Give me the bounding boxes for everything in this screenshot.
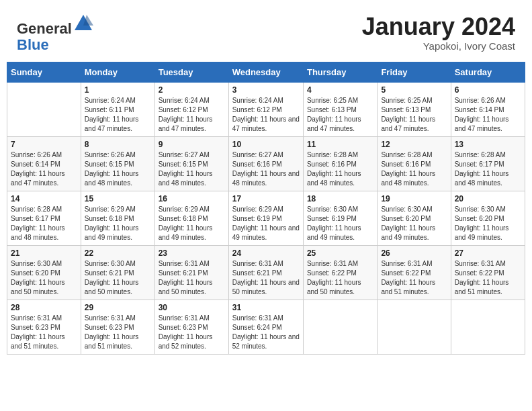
calendar-cell: 27Sunrise: 6:31 AMSunset: 6:22 PMDayligh… — [451, 246, 525, 300]
calendar-cell: 17Sunrise: 6:29 AMSunset: 6:19 PMDayligh… — [228, 191, 303, 246]
calendar-week-row: 28Sunrise: 6:31 AMSunset: 6:23 PMDayligh… — [7, 300, 525, 355]
day-number: 18 — [307, 194, 373, 203]
day-info: Sunrise: 6:24 AMSunset: 6:12 PMDaylight:… — [159, 96, 225, 134]
day-number: 10 — [232, 140, 300, 149]
location: Yapokoi, Ivory Coast — [362, 40, 515, 52]
day-info: Sunrise: 6:28 AMSunset: 6:17 PMDaylight:… — [11, 205, 77, 242]
calendar-cell: 31Sunrise: 6:31 AMSunset: 6:24 PMDayligh… — [228, 300, 303, 355]
day-info: Sunrise: 6:27 AMSunset: 6:15 PMDaylight:… — [159, 150, 225, 188]
day-info: Sunrise: 6:30 AMSunset: 6:20 PMDaylight:… — [455, 205, 521, 242]
calendar-cell: 25Sunrise: 6:31 AMSunset: 6:22 PMDayligh… — [303, 246, 377, 300]
day-number: 23 — [159, 248, 225, 258]
calendar-cell: 10Sunrise: 6:27 AMSunset: 6:16 PMDayligh… — [228, 137, 303, 191]
weekday-header: Saturday — [451, 62, 525, 83]
day-number: 13 — [455, 140, 521, 149]
day-number: 1 — [85, 85, 151, 95]
day-info: Sunrise: 6:26 AMSunset: 6:14 PMDaylight:… — [11, 150, 77, 188]
calendar-cell: 5Sunrise: 6:25 AMSunset: 6:13 PMDaylight… — [378, 83, 451, 137]
day-info: Sunrise: 6:30 AMSunset: 6:20 PMDaylight:… — [11, 259, 77, 297]
day-info: Sunrise: 6:30 AMSunset: 6:19 PMDaylight:… — [307, 205, 373, 242]
weekday-header: Tuesday — [154, 62, 228, 83]
day-info: Sunrise: 6:28 AMSunset: 6:17 PMDaylight:… — [455, 150, 521, 188]
day-number: 2 — [159, 85, 225, 95]
calendar-cell: 9Sunrise: 6:27 AMSunset: 6:15 PMDaylight… — [154, 137, 228, 191]
weekday-header-row: SundayMondayTuesdayWednesdayThursdayFrid… — [7, 62, 525, 83]
day-number: 7 — [11, 140, 77, 149]
calendar-cell — [378, 300, 451, 355]
day-info: Sunrise: 6:24 AMSunset: 6:12 PMDaylight:… — [232, 96, 300, 134]
day-number: 27 — [455, 248, 521, 258]
weekday-header: Friday — [378, 62, 451, 83]
calendar-cell: 16Sunrise: 6:29 AMSunset: 6:18 PMDayligh… — [154, 191, 228, 246]
day-info: Sunrise: 6:31 AMSunset: 6:22 PMDaylight:… — [455, 259, 521, 297]
logo: General Blue — [17, 13, 93, 53]
calendar-cell — [303, 300, 377, 355]
calendar-cell: 12Sunrise: 6:28 AMSunset: 6:16 PMDayligh… — [378, 137, 451, 191]
calendar-cell: 6Sunrise: 6:26 AMSunset: 6:14 PMDaylight… — [451, 83, 525, 137]
logo-blue: Blue — [17, 36, 49, 53]
day-info: Sunrise: 6:31 AMSunset: 6:21 PMDaylight:… — [159, 259, 225, 297]
calendar-cell: 11Sunrise: 6:28 AMSunset: 6:16 PMDayligh… — [303, 137, 377, 191]
calendar-cell: 20Sunrise: 6:30 AMSunset: 6:20 PMDayligh… — [451, 191, 525, 246]
calendar-cell: 7Sunrise: 6:26 AMSunset: 6:14 PMDaylight… — [7, 137, 81, 191]
day-info: Sunrise: 6:29 AMSunset: 6:19 PMDaylight:… — [232, 205, 300, 242]
day-info: Sunrise: 6:31 AMSunset: 6:22 PMDaylight:… — [381, 259, 447, 297]
day-info: Sunrise: 6:29 AMSunset: 6:18 PMDaylight:… — [159, 205, 225, 242]
weekday-header: Sunday — [7, 62, 81, 83]
calendar-cell: 14Sunrise: 6:28 AMSunset: 6:17 PMDayligh… — [7, 191, 81, 246]
logo-general: General — [17, 20, 72, 37]
calendar-cell: 19Sunrise: 6:30 AMSunset: 6:20 PMDayligh… — [378, 191, 451, 246]
calendar-cell: 28Sunrise: 6:31 AMSunset: 6:23 PMDayligh… — [7, 300, 81, 355]
day-number: 28 — [11, 303, 77, 312]
day-info: Sunrise: 6:31 AMSunset: 6:23 PMDaylight:… — [85, 314, 151, 351]
day-number: 12 — [381, 140, 447, 149]
day-info: Sunrise: 6:26 AMSunset: 6:15 PMDaylight:… — [85, 150, 151, 188]
day-number: 16 — [159, 194, 225, 203]
calendar-week-row: 7Sunrise: 6:26 AMSunset: 6:14 PMDaylight… — [7, 137, 525, 191]
day-info: Sunrise: 6:30 AMSunset: 6:21 PMDaylight:… — [85, 259, 151, 297]
calendar-week-row: 1Sunrise: 6:24 AMSunset: 6:11 PMDaylight… — [7, 83, 525, 137]
day-info: Sunrise: 6:31 AMSunset: 6:23 PMDaylight:… — [159, 314, 225, 351]
month-title: January 2024 — [362, 13, 515, 40]
day-number: 11 — [307, 140, 373, 149]
day-number: 9 — [159, 140, 225, 149]
day-info: Sunrise: 6:30 AMSunset: 6:20 PMDaylight:… — [381, 205, 447, 242]
day-number: 3 — [232, 85, 300, 95]
calendar-week-row: 21Sunrise: 6:30 AMSunset: 6:20 PMDayligh… — [7, 246, 525, 300]
day-number: 25 — [307, 248, 373, 258]
day-number: 5 — [381, 85, 447, 95]
day-info: Sunrise: 6:31 AMSunset: 6:24 PMDaylight:… — [232, 314, 300, 351]
weekday-header: Wednesday — [228, 62, 303, 83]
weekday-header: Monday — [81, 62, 154, 83]
day-info: Sunrise: 6:25 AMSunset: 6:13 PMDaylight:… — [307, 96, 373, 134]
day-info: Sunrise: 6:26 AMSunset: 6:14 PMDaylight:… — [455, 96, 521, 134]
day-number: 6 — [455, 85, 521, 95]
calendar-cell: 22Sunrise: 6:30 AMSunset: 6:21 PMDayligh… — [81, 246, 154, 300]
day-number: 15 — [85, 194, 151, 203]
page-header: General Blue January 2024 Yapokoi, Ivory… — [7, 7, 525, 56]
logo-icon — [73, 13, 93, 34]
day-info: Sunrise: 6:31 AMSunset: 6:23 PMDaylight:… — [11, 314, 77, 351]
calendar-cell — [7, 83, 81, 137]
day-info: Sunrise: 6:27 AMSunset: 6:16 PMDaylight:… — [232, 150, 300, 188]
day-number: 17 — [232, 194, 300, 203]
day-number: 24 — [232, 248, 300, 258]
day-info: Sunrise: 6:28 AMSunset: 6:16 PMDaylight:… — [307, 150, 373, 188]
day-number: 20 — [455, 194, 521, 203]
day-number: 29 — [85, 303, 151, 312]
calendar-cell: 23Sunrise: 6:31 AMSunset: 6:21 PMDayligh… — [154, 246, 228, 300]
calendar-cell: 21Sunrise: 6:30 AMSunset: 6:20 PMDayligh… — [7, 246, 81, 300]
calendar-cell: 29Sunrise: 6:31 AMSunset: 6:23 PMDayligh… — [81, 300, 154, 355]
calendar-cell: 24Sunrise: 6:31 AMSunset: 6:21 PMDayligh… — [228, 246, 303, 300]
calendar-cell: 26Sunrise: 6:31 AMSunset: 6:22 PMDayligh… — [378, 246, 451, 300]
day-info: Sunrise: 6:31 AMSunset: 6:22 PMDaylight:… — [307, 259, 373, 297]
day-number: 19 — [381, 194, 447, 203]
calendar-table: SundayMondayTuesdayWednesdayThursdayFrid… — [7, 62, 525, 355]
calendar-cell: 18Sunrise: 6:30 AMSunset: 6:19 PMDayligh… — [303, 191, 377, 246]
day-info: Sunrise: 6:29 AMSunset: 6:18 PMDaylight:… — [85, 205, 151, 242]
day-number: 31 — [232, 303, 300, 312]
calendar-cell: 13Sunrise: 6:28 AMSunset: 6:17 PMDayligh… — [451, 137, 525, 191]
title-block: January 2024 Yapokoi, Ivory Coast — [362, 13, 515, 52]
day-number: 22 — [85, 248, 151, 258]
day-number: 21 — [11, 248, 77, 258]
